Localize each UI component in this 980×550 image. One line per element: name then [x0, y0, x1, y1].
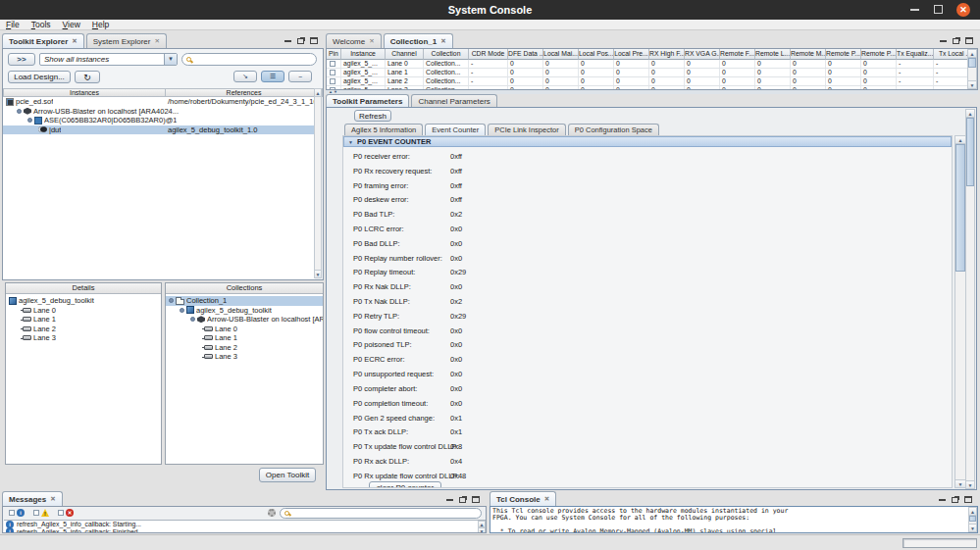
- column-header[interactable]: Remote F...: [720, 49, 755, 60]
- tab-event-counter[interactable]: Event Counter: [425, 124, 486, 135]
- panel-maximize-icon[interactable]: [310, 37, 318, 44]
- row-checkbox[interactable]: [330, 78, 335, 84]
- scroll-thumb[interactable]: [968, 58, 976, 68]
- log-row[interactable]: irefresh_Agilex_5_info_callback: Finishe…: [4, 528, 486, 534]
- scroll-down-icon[interactable]: ▼: [315, 270, 321, 277]
- scroll-up-icon[interactable]: ▲: [969, 508, 976, 516]
- tree-view-button[interactable]: ☰: [261, 71, 284, 82]
- tcl-console-panel[interactable]: This Tcl console provides access to the …: [490, 506, 978, 533]
- tree-row[interactable]: agilex_5_debug_toolkit: [166, 306, 323, 316]
- scroll-thumb[interactable]: [955, 144, 965, 272]
- tree-row[interactable]: ASE(C065BB32AR0|D065BB32AR0)@1: [3, 116, 315, 125]
- column-header[interactable]: Pin: [327, 49, 341, 60]
- refresh-instances-button[interactable]: ↻: [75, 71, 100, 83]
- tcl-scrollbar[interactable]: ▲ ▼: [968, 507, 977, 532]
- scroll-thumb[interactable]: [966, 118, 974, 186]
- column-header[interactable]: Tx Equaliz...: [897, 49, 934, 60]
- menu-tools[interactable]: Tools: [31, 20, 51, 29]
- tab-agilex5-information[interactable]: Agilex 5 Information: [344, 124, 423, 135]
- table-row[interactable]: agilex_5_...Lane 2Collection...-00000000…: [327, 77, 977, 86]
- tree-expander-icon[interactable]: [17, 109, 22, 114]
- tab-p0-configuration-space[interactable]: P0 Configuration Space: [568, 124, 659, 135]
- scroll-down-icon[interactable]: ▼: [479, 527, 485, 533]
- messages-search-input[interactable]: [289, 509, 481, 518]
- tree-row[interactable]: agilex_5_debug_toolkit: [6, 296, 161, 306]
- close-icon[interactable]: ✕: [369, 37, 374, 45]
- tree-row[interactable]: pcie_ed.sof/home/robert/Dokumenty/pcie_e…: [3, 97, 315, 107]
- tab-toolkit-explorer[interactable]: Toolkit Explorer ✕: [2, 33, 84, 48]
- window-minimize-button[interactable]: [910, 9, 919, 11]
- panel-maximize-icon[interactable]: [965, 37, 973, 44]
- tree-row[interactable]: Lane 1: [166, 333, 323, 343]
- tree-row[interactable]: Lane 0: [166, 325, 323, 334]
- row-checkbox[interactable]: [330, 70, 335, 75]
- open-toolkit-button[interactable]: Open Toolkit: [259, 468, 316, 482]
- messages-scrollbar[interactable]: ▲ ▼: [478, 521, 486, 533]
- panel-restore-icon[interactable]: [297, 38, 304, 44]
- info-filter-checkbox[interactable]: [9, 510, 15, 516]
- panel-restore-icon[interactable]: [459, 497, 466, 503]
- error-filter-checkbox[interactable]: [58, 510, 64, 516]
- close-icon[interactable]: ✕: [50, 495, 55, 503]
- table-row[interactable]: agilex_5_...Lane 1Collection...-00000000…: [327, 69, 977, 77]
- tab-tcl-console[interactable]: Tcl Console ✕: [490, 491, 556, 506]
- column-header[interactable]: Local Pre...: [614, 49, 649, 60]
- scroll-up-icon[interactable]: ▲: [966, 110, 974, 118]
- column-header[interactable]: Collection: [424, 49, 469, 60]
- messages-search[interactable]: [280, 508, 482, 519]
- column-header[interactable]: Channel: [386, 49, 424, 60]
- table-scrollbar[interactable]: ▲ ▼: [967, 49, 977, 89]
- warning-filter-checkbox[interactable]: [33, 510, 39, 516]
- scroll-down-icon[interactable]: ▼: [968, 80, 976, 88]
- tab-messages[interactable]: Messages ✕: [2, 491, 63, 506]
- tree-row[interactable]: Collection_1: [166, 296, 323, 306]
- column-header[interactable]: CDR Mode: [469, 49, 508, 60]
- window-close-button[interactable]: ✕: [956, 3, 970, 17]
- tree-expander-icon[interactable]: [190, 317, 195, 322]
- expand-filter-button[interactable]: >>: [8, 53, 35, 66]
- scroll-up-icon[interactable]: ▲: [315, 89, 321, 97]
- panel-maximize-icon[interactable]: [472, 496, 480, 503]
- menu-file[interactable]: File: [6, 20, 20, 29]
- window-maximize-button[interactable]: [934, 5, 943, 14]
- collapse-view-button[interactable]: ↘: [233, 71, 257, 82]
- menu-view[interactable]: View: [63, 20, 80, 29]
- scroll-up-icon[interactable]: ▲: [968, 50, 976, 58]
- column-header[interactable]: Remote M...: [791, 49, 826, 60]
- panel-minimize-icon[interactable]: [940, 40, 947, 42]
- scroll-down-icon[interactable]: ▼: [969, 524, 976, 531]
- row-checkbox[interactable]: [330, 61, 335, 67]
- panel-minimize-icon[interactable]: [446, 499, 453, 501]
- scroll-thumb[interactable]: [969, 516, 976, 522]
- column-header[interactable]: Instance: [341, 49, 386, 60]
- collapse-triangle-icon[interactable]: ▼: [348, 139, 353, 145]
- tree-row[interactable]: Lane 0: [6, 306, 161, 316]
- refresh-button[interactable]: Refresh: [354, 110, 391, 122]
- p0-event-counter-header[interactable]: ▼ P0 EVENT COUNTER: [343, 136, 952, 147]
- scroll-down-icon[interactable]: ▼: [966, 480, 974, 488]
- panel-minimize-icon[interactable]: [939, 499, 946, 501]
- column-header[interactable]: RX High F...: [649, 49, 685, 60]
- panel-minimize-icon[interactable]: [284, 40, 291, 42]
- tree-row[interactable]: Lane 2: [166, 343, 323, 353]
- column-header-instances[interactable]: Instances: [3, 88, 166, 97]
- column-header[interactable]: Remote L...: [755, 49, 791, 60]
- instance-filter-dropdown[interactable]: Show all instances ▼: [39, 53, 178, 66]
- close-icon[interactable]: ✕: [440, 37, 445, 45]
- tab-welcome[interactable]: Welcome ✕: [326, 33, 382, 48]
- tree-row[interactable]: Lane 3: [166, 352, 323, 362]
- tree-expander-icon[interactable]: [169, 298, 174, 303]
- panel-restore-icon[interactable]: [952, 497, 958, 503]
- menu-help[interactable]: Help: [92, 20, 109, 29]
- explorer-scrollbar[interactable]: ▲ ▼: [314, 88, 322, 278]
- tree-row[interactable]: Arrow-USB-Blaster on localhost [AR...: [166, 315, 323, 325]
- close-icon[interactable]: ✕: [154, 37, 159, 45]
- tree-row[interactable]: Lane 1: [6, 315, 161, 325]
- clear-p0-counter-button[interactable]: clear P0 counter: [369, 481, 441, 488]
- explorer-search[interactable]: [181, 53, 317, 66]
- column-header[interactable]: Local Pos...: [579, 49, 614, 60]
- column-header[interactable]: Local Mai...: [543, 49, 579, 60]
- load-design-button[interactable]: Load Design...: [8, 71, 71, 83]
- gear-icon[interactable]: [268, 509, 276, 517]
- table-row[interactable]: agilex_5_...Lane 0Collection...-00000000…: [327, 60, 977, 69]
